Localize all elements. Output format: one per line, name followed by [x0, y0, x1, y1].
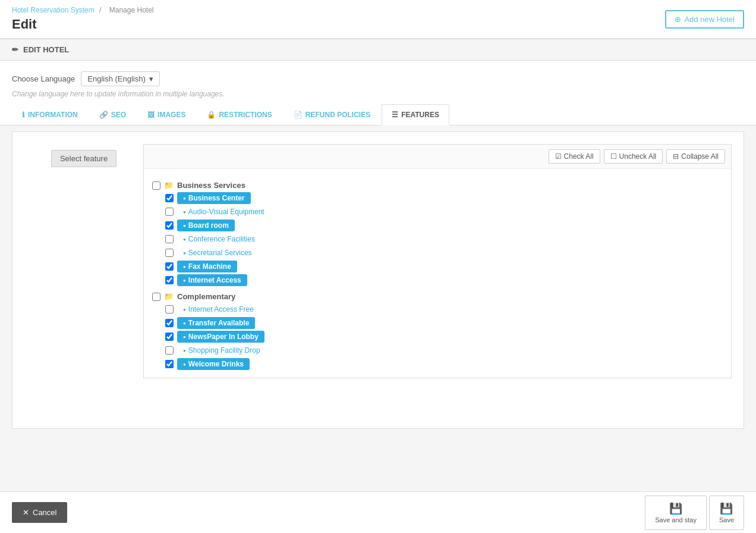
images-icon: 🖼 [147, 111, 155, 119]
category-label: Business Services [177, 181, 245, 190]
feature-checkbox-board-room[interactable] [165, 221, 174, 230]
list-item: ● Transfer Available [165, 317, 723, 329]
feature-checkbox-internet-free[interactable] [165, 305, 174, 313]
feature-badge-av-equipment: ● Audio-Visual Equipment [177, 206, 270, 218]
feature-checkbox-shopping[interactable] [165, 346, 174, 355]
tab-restrictions[interactable]: 🔒 RESTRICTIONS [197, 104, 282, 125]
uncheck-all-button[interactable]: ☐ Uncheck All [604, 149, 663, 164]
list-item: ● NewsPaper In Lobby [165, 331, 723, 343]
dot-icon: ● [183, 334, 186, 340]
feature-badge-internet: ● Internet Access [177, 274, 247, 286]
list-item: ● Board room [165, 220, 723, 231]
feature-checkbox-business-center[interactable] [165, 194, 174, 202]
feature-checkbox-secretarial[interactable] [165, 249, 174, 257]
dot-icon: ● [183, 348, 186, 353]
feature-badge-newspaper: ● NewsPaper In Lobby [177, 331, 264, 343]
right-panel: ☑ Check All ☐ Uncheck All ⊟ Collapse All… [143, 144, 732, 378]
list-item: ● Secretarial Services [165, 247, 723, 259]
section-header: ✏ EDIT HOTEL [0, 39, 756, 61]
list-item: ● Business Center [165, 192, 723, 204]
list-item: ● Shopping Facility Drop [165, 344, 723, 356]
check-all-button[interactable]: ☑ Check All [549, 149, 600, 164]
tab-features[interactable]: ☰ FEATURES [382, 104, 449, 126]
feature-checkbox-conference[interactable] [165, 235, 174, 243]
feature-badge-transfer: ● Transfer Available [177, 317, 255, 329]
dot-icon: ● [183, 250, 186, 256]
feature-badge-fax: ● Fax Machine [177, 261, 237, 272]
feature-checkbox-transfer[interactable] [165, 319, 174, 327]
feature-topbar: ☑ Check All ☐ Uncheck All ⊟ Collapse All [144, 145, 731, 169]
dot-icon: ● [183, 307, 186, 312]
tab-seo[interactable]: 🔗 SEO [89, 104, 136, 125]
category-business-checkbox[interactable] [152, 181, 160, 190]
list-item: ● Fax Machine [165, 261, 723, 272]
category-complementary-checkbox[interactable] [152, 293, 160, 301]
feature-badge-board-room: ● Board room [177, 220, 235, 231]
tab-images[interactable]: 🖼 IMAGES [137, 104, 196, 125]
seo-icon: 🔗 [99, 111, 108, 119]
dot-icon: ● [183, 362, 186, 367]
left-panel: Select feature [24, 144, 143, 378]
dot-icon: ● [183, 321, 186, 326]
checkbox-empty-icon: ☐ [610, 152, 617, 161]
list-item: ● Audio-Visual Equipment [165, 206, 723, 218]
feature-badge-internet-free: ● Internet Access Free [177, 303, 260, 315]
feature-checkbox-fax[interactable] [165, 262, 174, 271]
dot-icon: ● [183, 223, 186, 228]
main-content: Select feature ☑ Check All ☐ Uncheck All… [12, 131, 744, 429]
chevron-down-icon: ▾ [149, 74, 153, 83]
breadcrumb-link-2: Manage Hotel [109, 6, 154, 14]
dot-icon: ● [183, 264, 186, 269]
dot-icon: ● [183, 278, 186, 283]
add-new-hotel-button[interactable]: ⊕ Add new Hotel [665, 10, 744, 29]
category-business-services: 📁 Business Services [152, 181, 723, 190]
breadcrumb-link-1[interactable]: Hotel Reservation System [12, 6, 94, 14]
pencil-icon: ✏ [12, 45, 18, 54]
dot-icon: ● [183, 196, 186, 201]
dot-icon: ● [183, 237, 186, 242]
doc-icon: 📄 [294, 111, 303, 119]
feature-checkbox-av-equipment[interactable] [165, 208, 174, 216]
feature-badge-conference: ● Conference Facilities [177, 233, 261, 245]
feature-list: 📁 Business Services ● Business Center ● … [144, 169, 731, 378]
tab-refund-policies[interactable]: 📄 REFUND POLICIES [284, 104, 380, 125]
language-section: Choose Language English (English) ▾ Chan… [0, 61, 756, 104]
language-dropdown[interactable]: English (English) ▾ [81, 71, 160, 86]
checkbox-checked-icon: ☑ [555, 152, 562, 161]
lock-icon: 🔒 [207, 111, 216, 119]
list-item: ● Internet Access Free [165, 303, 723, 315]
folder-icon: 📁 [164, 292, 174, 301]
feature-badge-secretarial: ● Secretarial Services [177, 247, 258, 259]
category-complementary: 📁 Complementary [152, 292, 723, 301]
select-feature-button[interactable]: Select feature [51, 150, 116, 167]
folder-icon: 📁 [164, 181, 174, 190]
minus-icon: ⊟ [673, 152, 679, 161]
feature-checkbox-newspaper[interactable] [165, 333, 174, 341]
language-hint: Change language here to update informati… [12, 90, 744, 98]
tabs-bar: ℹ INFORMATION 🔗 SEO 🖼 IMAGES 🔒 RESTRICTI… [0, 104, 756, 126]
page-header: Hotel Reservation System / Manage Hotel … [0, 0, 756, 39]
breadcrumb: Hotel Reservation System / Manage Hotel [12, 6, 156, 14]
dot-icon: ● [183, 209, 186, 215]
list-item: ● Internet Access [165, 274, 723, 286]
feature-checkbox-welcome-drinks[interactable] [165, 360, 174, 368]
list-item: ● Conference Facilities [165, 233, 723, 245]
page-title: Edit [12, 17, 156, 32]
plus-icon: ⊕ [675, 15, 681, 24]
tab-information[interactable]: ℹ INFORMATION [12, 104, 88, 125]
info-icon: ℹ [22, 111, 25, 119]
feature-badge-business-center: ● Business Center [177, 192, 251, 204]
breadcrumb-separator: / [99, 6, 101, 14]
list-item: ● Welcome Drinks [165, 358, 723, 370]
features-icon: ☰ [392, 111, 398, 119]
category-label: Complementary [177, 292, 235, 301]
feature-badge-shopping: ● Shopping Facility Drop [177, 344, 266, 356]
collapse-all-button[interactable]: ⊟ Collapse All [666, 149, 725, 164]
feature-checkbox-internet[interactable] [165, 276, 174, 284]
feature-badge-welcome-drinks: ● Welcome Drinks [177, 358, 250, 370]
features-layout: Select feature ☑ Check All ☐ Uncheck All… [24, 144, 732, 378]
language-label-text: Choose Language [12, 74, 75, 83]
